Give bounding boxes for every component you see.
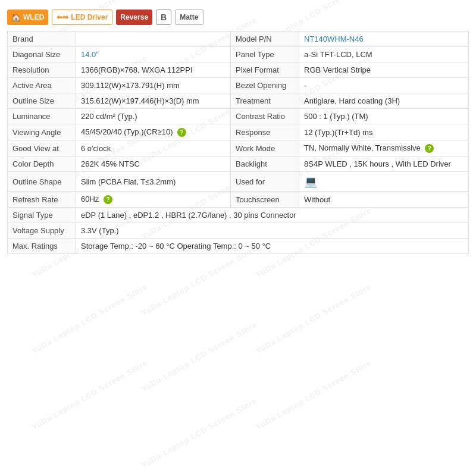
badge-b-label: B [161,12,167,22]
label-active-area: Active Area [8,78,76,93]
label-voltage-supply: Voltage Supply [8,223,76,239]
label-brand: Brand [8,32,76,47]
label-luminance: Luminance [8,109,76,124]
value-signal-type: eDP (1 Lane) , eDP1.2 , HBR1 (2.7G/lane)… [76,208,469,223]
table-row: Outline Shape Slim (PCBA Flat, T≤3.2mm) … [8,172,469,192]
badge-matte: Matte [175,10,203,25]
table-row: Good View at 6 o'clock Work Mode TN, Nor… [8,140,469,156]
value-resolution: 1366(RGB)×768, WXGA 112PPI [76,62,231,78]
value-good-view: 6 o'clock [76,140,231,156]
value-voltage-supply: 3.3V (Typ.) [76,223,469,239]
value-model-pn: NT140WHM-N46 [299,32,469,47]
main-content: 🏠 WLED ⬅➡ LED Driver Reverse B Matte Bra… [0,0,476,260]
table-row: Color Depth 262K 45% NTSC Backlight 8S4P… [8,156,469,172]
value-response: 12 (Typ.)(Tr+Td) ms [299,124,469,140]
value-panel-type: a-Si TFT-LCD, LCM [299,47,469,62]
value-pixel-format: RGB Vertical Stripe [299,62,469,78]
label-contrast-ratio: Contrast Ratio [231,109,299,124]
label-work-mode: Work Mode [231,140,299,156]
label-touchscreen: Touchscreen [231,192,299,208]
value-touchscreen: Without [299,192,469,208]
badge-wled-label: WLED [23,13,44,21]
value-used-for: 💻 [299,172,469,192]
badge-led-driver: ⬅➡ LED Driver [52,10,112,25]
table-row: Viewing Angle 45/45/20/40 (Typ.)(CR≥10) … [8,124,469,140]
table-row: Brand Model P/N NT140WHM-N46 [8,32,469,47]
value-viewing-angle: 45/45/20/40 (Typ.)(CR≥10) ? [76,124,231,140]
badge-led-driver-label: LED Driver [71,13,108,21]
label-treatment: Treatment [231,93,299,109]
label-model-pn: Model P/N [231,32,299,47]
work-mode-help-icon[interactable]: ? [425,144,434,153]
label-max-ratings: Max. Ratings [8,239,76,254]
value-refresh-rate: 60Hz ? [76,192,231,208]
table-row: Diagonal Size 14.0" Panel Type a-Si TFT-… [8,47,469,62]
badge-reverse: Reverse [116,10,152,25]
label-outline-size: Outline Size [8,93,76,109]
table-row: Voltage Supply 3.3V (Typ.) [8,223,469,239]
value-treatment: Antiglare, Hard coating (3H) [299,93,469,109]
label-diagonal-size: Diagonal Size [8,47,76,62]
table-row: Refresh Rate 60Hz ? Touchscreen Without [8,192,469,208]
label-signal-type: Signal Type [8,208,76,223]
wled-house-icon: 🏠 [11,13,21,22]
label-refresh-rate: Refresh Rate [8,192,76,208]
model-pn-link[interactable]: NT140WHM-N46 [304,35,364,43]
label-pixel-format: Pixel Format [231,62,299,78]
value-work-mode: TN, Normally White, Transmissive ? [299,140,469,156]
value-outline-size: 315.612(W)×197.446(H)×3(D) mm [76,93,231,109]
led-driver-arrow-icon: ⬅➡ [57,13,68,21]
value-outline-shape: Slim (PCBA Flat, T≤3.2mm) [76,172,231,192]
label-response: Response [231,124,299,140]
value-max-ratings: Storage Temp.: -20 ~ 60 °C Operating Tem… [76,239,469,254]
label-resolution: Resolution [8,62,76,78]
label-good-view: Good View at [8,140,76,156]
table-row: Outline Size 315.612(W)×197.446(H)×3(D) … [8,93,469,109]
value-contrast-ratio: 500 : 1 (Typ.) (TM) [299,109,469,124]
badge-wled: 🏠 WLED [7,10,48,25]
value-diagonal-size: 14.0" [76,47,231,62]
spec-table: Brand Model P/N NT140WHM-N46 Diagonal Si… [7,31,469,254]
refresh-rate-help-icon[interactable]: ? [104,195,112,204]
table-row: Signal Type eDP (1 Lane) , eDP1.2 , HBR1… [8,208,469,223]
label-color-depth: Color Depth [8,156,76,172]
label-backlight: Backlight [231,156,299,172]
value-brand [76,32,231,47]
label-used-for: Used for [231,172,299,192]
laptop-icon: 💻 [304,176,317,187]
table-row: Active Area 309.112(W)×173.791(H) mm Bez… [8,78,469,93]
table-row: Luminance 220 cd/m² (Typ.) Contrast Rati… [8,109,469,124]
value-luminance: 220 cd/m² (Typ.) [76,109,231,124]
value-active-area: 309.112(W)×173.791(H) mm [76,78,231,93]
label-outline-shape: Outline Shape [8,172,76,192]
table-row: Resolution 1366(RGB)×768, WXGA 112PPI Pi… [8,62,469,78]
label-viewing-angle: Viewing Angle [8,124,76,140]
badge-matte-label: Matte [180,13,198,21]
table-row: Max. Ratings Storage Temp.: -20 ~ 60 °C … [8,239,469,254]
diagonal-size-value: 14.0" [81,50,99,59]
value-backlight: 8S4P WLED , 15K hours , With LED Driver [299,156,469,172]
value-color-depth: 262K 45% NTSC [76,156,231,172]
value-bezel-opening: - [299,78,469,93]
label-bezel-opening: Bezel Opening [231,78,299,93]
badge-reverse-label: Reverse [120,13,148,21]
label-panel-type: Panel Type [231,47,299,62]
badge-b: B [156,10,171,25]
viewing-angle-help-icon[interactable]: ? [177,128,186,137]
badge-row: 🏠 WLED ⬅➡ LED Driver Reverse B Matte [7,10,469,25]
